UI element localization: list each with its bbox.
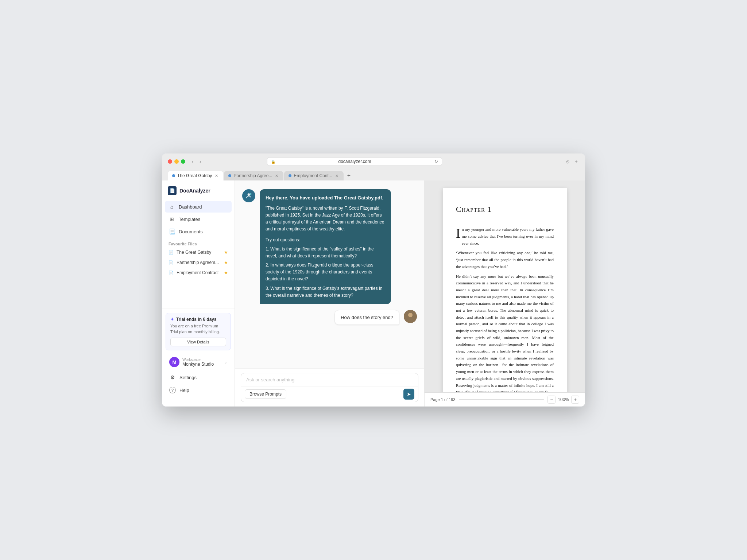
- sidebar-bottom: ✦ Trial ends in 6 days You are on a free…: [162, 308, 235, 401]
- new-tab-button[interactable]: +: [573, 158, 579, 165]
- workspace-avatar: M: [169, 357, 179, 367]
- browse-prompts-button[interactable]: Browse Prompts: [245, 389, 286, 399]
- workspace-info: Workspace Monkyne Studio: [182, 358, 221, 367]
- sidebar-item-help[interactable]: ? Help: [166, 384, 231, 396]
- star-icon[interactable]: ★: [224, 270, 228, 275]
- house-icon: ⌂: [169, 204, 175, 210]
- workspace-name-label: Monkyne Studio: [182, 362, 221, 367]
- forward-button[interactable]: ›: [197, 158, 204, 165]
- pdf-body-text: In my younger and more vulnerable years …: [456, 226, 554, 392]
- help-icon: ?: [169, 387, 176, 393]
- zoom-out-button[interactable]: −: [547, 396, 556, 404]
- file-icon: 📄: [169, 260, 174, 265]
- close-traffic-light[interactable]: [168, 159, 172, 164]
- nav-buttons: ‹ ›: [190, 158, 203, 165]
- user-message-row: How does the story end?: [242, 310, 417, 325]
- pdf-chapter-title: Chapter 1: [456, 202, 554, 216]
- tab-close-button[interactable]: ✕: [214, 174, 219, 178]
- fav-label: The Great Gatsby: [177, 250, 221, 255]
- browser-tabs: The Great Gatsby ✕ Partnership Agree... …: [168, 169, 579, 180]
- file-icon: 📄: [169, 250, 174, 255]
- chat-input-toolbar: Browse Prompts ➤: [241, 386, 418, 402]
- app-logo: 📄 DocAnalyzer: [162, 186, 235, 201]
- favourite-item-partnership[interactable]: 📄 Partnership Agreem... ★: [165, 258, 232, 267]
- lock-icon: [271, 160, 275, 164]
- workspace-type-label: Workspace: [182, 358, 221, 362]
- workspace-section[interactable]: M Workspace Monkyne Studio ⌄: [166, 354, 231, 370]
- browser-window: ‹ › docanalyzer.com ↻ ⎋ + The Great Gats…: [162, 153, 585, 407]
- question-2: 2. In what ways does Fitzgerald critique…: [266, 262, 385, 283]
- back-button[interactable]: ‹: [190, 158, 196, 165]
- tab-label: The Great Gatsby: [177, 173, 212, 178]
- app-name: DocAnalyzer: [179, 188, 210, 194]
- view-details-button[interactable]: View Details: [170, 338, 226, 346]
- tab-partnership[interactable]: Partnership Agree... ✕: [224, 171, 283, 180]
- chat-input[interactable]: [241, 373, 418, 386]
- tab-label: Employment Cont...: [294, 173, 332, 178]
- tab-employment[interactable]: Employment Cont... ✕: [284, 171, 343, 180]
- sidebar-item-documents[interactable]: 📃 Documents: [165, 226, 232, 237]
- chat-area: Hey there, You have uploaded The Great G…: [235, 180, 425, 407]
- sidebar-label: Templates: [179, 217, 200, 222]
- pdf-viewer: Chapter 1 In my younger and more vulnera…: [425, 180, 585, 407]
- add-tab-button[interactable]: +: [344, 171, 353, 180]
- reload-button[interactable]: ↻: [434, 159, 438, 164]
- sidebar-item-templates[interactable]: ⊞ Templates: [165, 213, 232, 225]
- sidebar-label: Documents: [179, 229, 203, 234]
- pdf-text-2: ‘Whenever you feel like criticizing any …: [456, 249, 554, 270]
- question-3: 3. What is the significance of Gatsby's …: [266, 285, 385, 299]
- file-icon: 📄: [169, 271, 174, 275]
- fav-label: Partnership Agreem...: [177, 260, 221, 265]
- trial-header: ✦ Trial ends in 6 days: [170, 317, 226, 322]
- sparkle-icon: ✦: [170, 317, 174, 322]
- sidebar-item-dashboard[interactable]: ⌂ Dashboard: [165, 201, 232, 213]
- favourites-section-label: Favourite Files: [162, 237, 235, 248]
- url-text: docanalyzer.com: [278, 159, 432, 164]
- bot-avatar: [242, 189, 255, 202]
- send-button[interactable]: ➤: [403, 389, 414, 400]
- tab-close-button[interactable]: ✕: [274, 174, 279, 178]
- chat-input-wrapper: Browse Prompts ➤: [241, 373, 418, 402]
- settings-label: Settings: [179, 375, 197, 380]
- favourites-list: 📄 The Great Gatsby ★ 📄 Partnership Agree…: [162, 248, 235, 277]
- maximize-traffic-light[interactable]: [181, 159, 185, 164]
- sidebar-item-settings[interactable]: ⚙ Settings: [166, 372, 231, 383]
- try-out-label: Try out questions:: [266, 237, 385, 244]
- tab-dot: [289, 174, 291, 177]
- zoom-controls: − 100% +: [547, 396, 579, 404]
- trial-description: You are on a free Premium Trial plan on …: [170, 323, 226, 335]
- favourite-item-employment[interactable]: 📄 Employment Contract ★: [165, 268, 232, 277]
- traffic-lights: [168, 159, 185, 164]
- svg-point-1: [250, 193, 252, 195]
- sidebar-nav: ⌂ Dashboard ⊞ Templates 📃 Documents: [162, 201, 235, 237]
- send-icon: ➤: [407, 391, 411, 397]
- sidebar: 📄 DocAnalyzer ⌂ Dashboard ⊞ Templates 📃 …: [162, 180, 235, 407]
- app-content: 📄 DocAnalyzer ⌂ Dashboard ⊞ Templates 📃 …: [162, 180, 585, 407]
- minimize-traffic-light[interactable]: [174, 159, 179, 164]
- star-icon[interactable]: ★: [224, 250, 228, 255]
- bot-message-body: "The Great Gatsby" is a novel written by…: [266, 205, 385, 233]
- pdf-content[interactable]: Chapter 1 In my younger and more vulnera…: [425, 180, 585, 392]
- browser-titlebar: ‹ › docanalyzer.com ↻ ⎋ +: [168, 157, 579, 166]
- trial-banner: ✦ Trial ends in 6 days You are on a free…: [166, 313, 231, 350]
- bot-message-bubble: Hey there, You have uploaded The Great G…: [260, 189, 391, 304]
- zoom-in-button[interactable]: +: [571, 396, 579, 404]
- bot-message-title: Hey there, You have uploaded The Great G…: [266, 194, 385, 202]
- chat-input-area: Browse Prompts ➤: [235, 368, 424, 407]
- sidebar-label: Dashboard: [179, 204, 202, 210]
- fav-label: Employment Contract: [177, 270, 221, 275]
- user-avatar: [404, 310, 417, 323]
- tab-dot: [228, 174, 231, 177]
- pdf-progress-bar: [459, 399, 544, 400]
- share-button[interactable]: ⎋: [565, 158, 570, 165]
- favourite-item-gatsby[interactable]: 📄 The Great Gatsby ★: [165, 248, 232, 257]
- svg-point-3: [408, 313, 413, 317]
- tab-close-button[interactable]: ✕: [334, 174, 339, 178]
- star-icon[interactable]: ★: [224, 260, 228, 265]
- address-bar[interactable]: docanalyzer.com ↻: [267, 157, 442, 166]
- chat-messages: Hey there, You have uploaded The Great G…: [235, 180, 424, 368]
- tab-dot: [172, 174, 175, 177]
- question-1: 1. What is the significance of the "vall…: [266, 246, 385, 260]
- tab-the-great-gatsby[interactable]: The Great Gatsby ✕: [168, 171, 223, 180]
- user-message-bubble: How does the story end?: [334, 310, 399, 325]
